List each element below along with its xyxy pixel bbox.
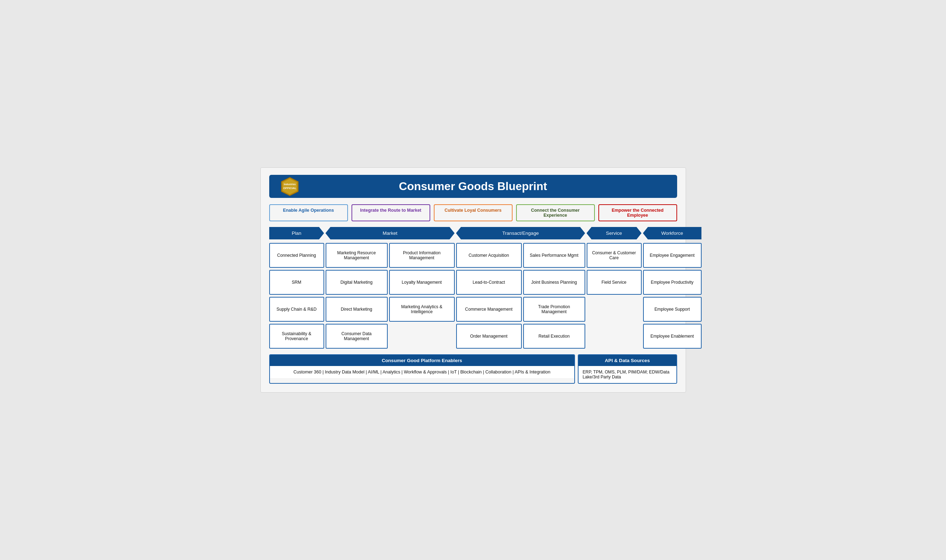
col-transact1: Customer Acquisition Lead-to-Contract Co… xyxy=(456,243,522,349)
col-market1: Marketing Resource Management Digital Ma… xyxy=(326,243,388,349)
platform-box: Consumer Good Platform Enablers Customer… xyxy=(269,354,575,384)
cell-supply-chain[interactable]: Supply Chain & R&D xyxy=(269,297,324,322)
cell-employee-productivity[interactable]: Employee Productivity xyxy=(643,270,701,295)
api-header: API & Data Sources xyxy=(578,355,677,366)
svg-text:Industries: Industries xyxy=(284,183,296,186)
cell-employee-enablement[interactable]: Employee Enablement xyxy=(643,324,701,349)
cell-loyalty[interactable]: Loyalty Management xyxy=(389,270,455,295)
svg-text:OFFICIAL: OFFICIAL xyxy=(283,186,296,190)
cell-pim[interactable]: Product Information Management xyxy=(389,243,455,268)
cell-customer-acquisition[interactable]: Customer Acquisition xyxy=(456,243,522,268)
category-empower[interactable]: Empower the Connected Employee xyxy=(598,204,677,221)
categories-row: Enable Agile Operations Integrate the Ro… xyxy=(269,204,677,221)
cell-service-empty2 xyxy=(587,324,641,349)
cell-direct-marketing[interactable]: Direct Marketing xyxy=(326,297,388,322)
category-cultivate[interactable]: Cultivate Loyal Consumers xyxy=(434,204,512,221)
cell-retail-execution[interactable]: Retail Execution xyxy=(523,324,585,349)
platform-header: Consumer Good Platform Enablers xyxy=(270,355,574,366)
header-title: Consumer Goods Blueprint xyxy=(399,180,547,193)
cell-field-service[interactable]: Field Service xyxy=(587,270,641,295)
cell-marketing-analytics[interactable]: Marketing Analytics & Intelligence xyxy=(389,297,455,322)
cell-order-management[interactable]: Order Management xyxy=(456,324,522,349)
cell-trade-promo[interactable]: Trade Promotion Management xyxy=(523,297,585,322)
col-header-plan: Plan xyxy=(269,227,324,239)
col-workforce: Employee Engagement Employee Productivit… xyxy=(643,243,701,349)
col-header-market: Market xyxy=(326,227,455,239)
api-content: ERP, TPM, OMS, PLM, PIM/DAM; EDW/Data La… xyxy=(578,366,677,383)
cell-lead-to-contract[interactable]: Lead-to-Contract xyxy=(456,270,522,295)
cell-market2-empty xyxy=(389,324,455,349)
col-plan: Connected Planning SRM Supply Chain & R&… xyxy=(269,243,324,349)
category-enable[interactable]: Enable Agile Operations xyxy=(269,204,348,221)
cell-commerce-management[interactable]: Commerce Management xyxy=(456,297,522,322)
cell-sales-perf[interactable]: Sales Performance Mgmt xyxy=(523,243,585,268)
cell-digital-marketing[interactable]: Digital Marketing xyxy=(326,270,388,295)
cell-consumer-data[interactable]: Consumer Data Management xyxy=(326,324,388,349)
col-header-transact: Transact/Engage xyxy=(456,227,585,239)
col-service: Consumer & Customer Care Field Service xyxy=(587,243,641,349)
cell-connected-planning[interactable]: Connected Planning xyxy=(269,243,324,268)
cell-service-empty1 xyxy=(587,297,641,322)
platform-content: Customer 360 | Industry Data Model | AI/… xyxy=(270,366,574,378)
bottom-section: Consumer Good Platform Enablers Customer… xyxy=(269,354,677,384)
api-box: API & Data Sources ERP, TPM, OMS, PLM, P… xyxy=(578,354,677,384)
blueprint-container: Industries OFFICIAL Consumer Goods Bluep… xyxy=(260,168,686,392)
col-market2: Product Information Management Loyalty M… xyxy=(389,243,455,349)
header: Industries OFFICIAL Consumer Goods Bluep… xyxy=(269,175,677,198)
cell-employee-engagement[interactable]: Employee Engagement xyxy=(643,243,701,268)
col-transact2: Sales Performance Mgmt Joint Business Pl… xyxy=(523,243,585,349)
cell-srm[interactable]: SRM xyxy=(269,270,324,295)
category-integrate[interactable]: Integrate the Route to Market xyxy=(352,204,430,221)
cell-sustainability[interactable]: Sustainability & Provenance xyxy=(269,324,324,349)
main-grid: Connected Planning SRM Supply Chain & R&… xyxy=(269,243,677,349)
cell-consumer-care[interactable]: Consumer & Customer Care xyxy=(587,243,641,268)
col-header-workforce: Workforce xyxy=(643,227,701,239)
cell-joint-business[interactable]: Joint Business Planning xyxy=(523,270,585,295)
badge: Industries OFFICIAL xyxy=(280,177,300,197)
cell-employee-support[interactable]: Employee Support xyxy=(643,297,701,322)
col-header-service: Service xyxy=(587,227,641,239)
cell-mrm[interactable]: Marketing Resource Management xyxy=(326,243,388,268)
category-connect[interactable]: Connect the Consumer Experience xyxy=(516,204,595,221)
column-headers: Plan Market Transact/Engage Service Work… xyxy=(269,227,677,239)
